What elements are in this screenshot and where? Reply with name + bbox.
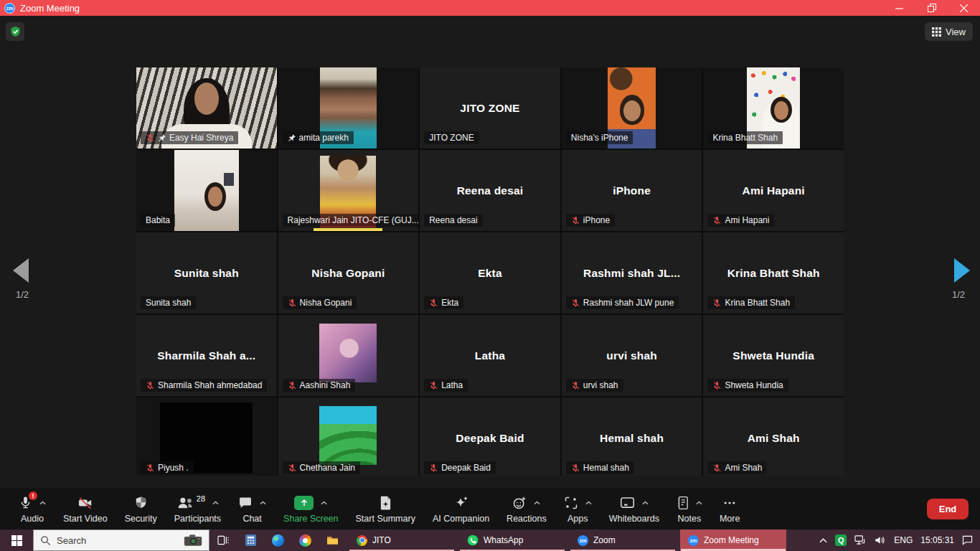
participant-tile[interactable]: Easy Hai Shreya <box>136 67 277 149</box>
participant-tile[interactable]: Chethana Jain <box>278 397 419 476</box>
participant-name-label: Hemal shah <box>566 461 634 474</box>
participant-tile[interactable]: Babita <box>136 150 277 231</box>
participant-tile[interactable]: Rashmi shah JL...Rashmi shah JLW pune <box>562 232 702 314</box>
toolbar-button-participants[interactable]: 28Participants <box>166 488 230 529</box>
network-icon[interactable] <box>854 535 866 545</box>
toolbar-button-whiteboards[interactable]: Whiteboards <box>600 488 668 529</box>
maximize-button[interactable] <box>915 0 948 16</box>
participant-name-label: Babita <box>141 214 175 227</box>
antivirus-tray-icon[interactable]: Q <box>835 534 847 546</box>
participant-tile[interactable]: Shweta HundiaShweta Hundia <box>703 315 844 396</box>
clock[interactable]: 15:05:31 <box>920 535 954 545</box>
participant-name-text: Ekta <box>441 298 458 308</box>
taskbar-app-label: WhatsApp <box>484 535 523 545</box>
participant-tile[interactable]: iPhoneiPhone <box>562 150 702 231</box>
end-meeting-button[interactable]: End <box>927 499 969 519</box>
participant-tile[interactable]: EktaEkta <box>420 232 560 314</box>
toolbar-button-apps[interactable]: Apps <box>555 488 600 529</box>
participant-name-label: amita parekh <box>283 131 354 144</box>
more-icon <box>722 496 737 510</box>
taskbar-button-calculator[interactable] <box>237 529 264 551</box>
participant-tile[interactable]: Krina Bhatt ShahKrina Bhatt Shah <box>703 232 844 314</box>
toolbar-button-audio[interactable]: !Audio <box>10 488 55 529</box>
security-shield-button[interactable] <box>6 22 24 41</box>
participant-tile[interactable]: Nisha GopaniNisha Gopani <box>278 232 419 314</box>
toolbar-button-share-screen[interactable]: Share Screen <box>275 488 347 529</box>
chevron-up-icon[interactable] <box>212 501 219 505</box>
participant-tile[interactable]: Reena desaiReena desai <box>420 150 560 231</box>
taskbar-button-zoom-meeting[interactable]: zmZoom Meeting <box>680 529 786 551</box>
mic-off-icon <box>712 381 722 390</box>
participant-tile[interactable]: Sunita shahSunita shah <box>136 232 277 314</box>
participant-tile[interactable]: Deepak BaidDeepak Baid <box>420 397 560 476</box>
chevron-up-icon[interactable] <box>642 501 649 505</box>
chevron-up-icon[interactable] <box>39 501 46 505</box>
start-button[interactable] <box>0 529 33 551</box>
participant-tile[interactable]: urvi shahurvi shah <box>562 315 702 396</box>
paint-icon <box>299 534 311 547</box>
participant-tile[interactable]: Piyush . <box>136 397 277 476</box>
toolbar-button-start-summary[interactable]: Start Summary <box>347 488 424 529</box>
camera-icon[interactable] <box>184 534 203 547</box>
participant-tile[interactable]: JITO ZONEJITO ZONE <box>420 67 560 149</box>
mic-off-icon <box>288 381 297 390</box>
participant-name-text: urvi shah <box>583 380 618 390</box>
toolbar-button-start-video[interactable]: Start Video <box>55 488 116 529</box>
participant-name-text: Chethana Jain <box>300 463 355 473</box>
participant-tile[interactable]: Ami HapaniAmi Hapani <box>703 150 844 231</box>
participant-name-text: Rajeshwari Jain JITO-CFE (GUJ... <box>288 215 419 225</box>
next-page-arrow[interactable] <box>954 258 970 283</box>
participant-tile[interactable]: Rajeshwari Jain JITO-CFE (GUJ... <box>278 150 419 231</box>
taskbar-button-task-view[interactable] <box>209 529 237 551</box>
taskbar-pinned-apps <box>209 529 346 551</box>
taskbar-button-file-explorer[interactable] <box>319 529 346 551</box>
toolbar-button-ai-companion[interactable]: AI Companion <box>424 488 498 529</box>
toolbar-button-more[interactable]: More <box>711 488 748 529</box>
taskbar-search[interactable]: Search <box>33 529 209 551</box>
participant-tile[interactable]: Sharmila Shah a...Sharmila Shah ahmedaba… <box>136 315 277 396</box>
hidden-icons-button[interactable] <box>819 538 827 543</box>
microphone-icon: ! <box>19 495 32 510</box>
toolbar-button-security[interactable]: Security <box>116 488 166 529</box>
toolbar-button-chat[interactable]: Chat <box>230 488 275 529</box>
chevron-up-icon[interactable] <box>585 501 592 505</box>
task-view-icon <box>217 535 229 545</box>
participant-tile[interactable]: amita parekh <box>278 67 419 149</box>
participant-tile[interactable]: Ami ShahAmi Shah <box>703 397 844 476</box>
taskbar-button-jito[interactable]: JITO <box>349 529 455 551</box>
close-button[interactable] <box>948 0 980 16</box>
taskbar-button-paint[interactable] <box>291 529 319 551</box>
language-indicator[interactable]: ENG <box>894 535 913 545</box>
chevron-up-icon[interactable] <box>696 501 702 505</box>
participant-tile[interactable]: Hemal shahHemal shah <box>562 397 702 476</box>
shield-check-icon <box>9 25 22 38</box>
toolbar-button-reactions[interactable]: Reactions <box>498 488 555 529</box>
video-off-icon <box>77 496 93 510</box>
mic-off-icon <box>571 381 580 390</box>
chat-icon <box>238 496 253 509</box>
taskbar-app-label: JITO <box>372 535 391 545</box>
chevron-up-icon[interactable] <box>260 501 266 505</box>
taskbar-button-whatsapp[interactable]: WhatsApp <box>459 529 565 551</box>
view-button[interactable]: View <box>925 22 973 41</box>
mic-off-icon <box>712 463 722 473</box>
participant-name-text: Nisha Gopani <box>300 298 352 308</box>
taskbar-button-zoom[interactable]: zmZoom <box>570 529 676 551</box>
notification-center-button[interactable] <box>962 535 973 545</box>
taskbar-button-edge[interactable] <box>264 529 291 551</box>
mic-off-icon <box>429 381 438 390</box>
participant-tile[interactable]: Nisha's iPhone <box>562 67 702 149</box>
previous-page-arrow[interactable] <box>13 258 29 283</box>
participant-tile[interactable]: Aashini Shah <box>278 315 419 396</box>
edge-icon <box>272 534 284 547</box>
toolbar-button-notes[interactable]: Notes <box>668 488 711 529</box>
apps-icon <box>564 496 578 510</box>
participant-tile[interactable]: LathaLatha <box>420 315 560 396</box>
mic-off-icon <box>429 298 438 308</box>
mic-off-icon <box>288 463 297 473</box>
chevron-up-icon[interactable] <box>321 501 327 505</box>
volume-icon[interactable] <box>874 535 886 545</box>
participant-tile[interactable]: Krina Bhatt Shah <box>703 67 844 149</box>
minimize-button[interactable] <box>883 0 915 16</box>
chevron-up-icon[interactable] <box>534 501 540 505</box>
